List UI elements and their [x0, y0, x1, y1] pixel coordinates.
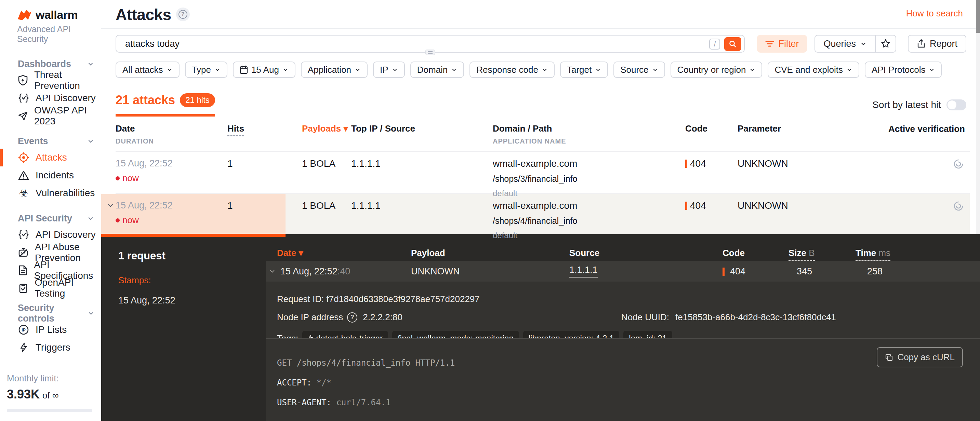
- sidebar-item-api-abuse-prevention[interactable]: API Abuse Prevention: [0, 244, 101, 261]
- filter-chips: All attacks Type 15 Aug Application IP D…: [101, 52, 980, 78]
- active-verification-icon[interactable]: [953, 200, 964, 212]
- sidebar-item-owasp-api[interactable]: OWASP API 2023: [0, 107, 101, 125]
- attack-parameter: UNKNOWN: [738, 194, 874, 240]
- queries-button[interactable]: Queries: [815, 35, 876, 52]
- attacks-count: 21 attacks: [116, 93, 175, 107]
- col-domain: Domain / Path APPLICATION NAME: [493, 123, 685, 145]
- sidebar-item-triggers[interactable]: Triggers: [0, 338, 101, 356]
- help-icon[interactable]: ?: [176, 8, 190, 21]
- filter-button[interactable]: Filter: [757, 35, 807, 52]
- sidebar-nav: Dashboards Threat Prevention API Discove…: [0, 56, 101, 356]
- search-resize-handle[interactable]: [425, 49, 435, 55]
- col-code: Code: [685, 123, 738, 145]
- attack-domain-path: wmall-example.com /shops/4/financial_inf…: [493, 194, 685, 240]
- sidebar-item-vulnerabilities[interactable]: ☣ Vulnerabilities: [0, 184, 101, 202]
- chevron-down-icon: [87, 60, 94, 68]
- chevron-down-icon: [846, 67, 853, 73]
- warning-triangle-icon: [18, 170, 29, 180]
- chevron-down-icon: [87, 137, 94, 145]
- sort-toggle[interactable]: [947, 99, 966, 110]
- request-source-ip[interactable]: 1.1.1.1: [570, 265, 598, 278]
- chip-country[interactable]: Country or region: [671, 62, 762, 78]
- chevron-down-icon: [860, 40, 867, 47]
- req-col-time[interactable]: Time ms: [856, 248, 980, 261]
- col-active-verification: Active verification: [874, 123, 970, 145]
- nav-section-events[interactable]: Events: [0, 133, 101, 149]
- code-status-bar-icon: [722, 268, 725, 276]
- chip-ip[interactable]: IP: [373, 62, 405, 78]
- nav-section-security-controls[interactable]: Security controls: [0, 306, 101, 321]
- col-payloads[interactable]: Payloads ▾: [302, 123, 351, 145]
- requests-count: 1 request: [118, 250, 266, 262]
- col-hits[interactable]: Hits: [228, 123, 302, 145]
- sidebar-item-api-discovery[interactable]: API Discovery: [0, 89, 101, 107]
- chip-domain[interactable]: Domain: [410, 62, 465, 78]
- brand-subtitle: Advanced API Security: [17, 24, 101, 44]
- sidebar-item-threat-prevention[interactable]: Threat Prevention: [0, 71, 101, 89]
- http-header-value: */*: [317, 378, 331, 388]
- chevron-down-icon: [282, 67, 289, 73]
- chip-application[interactable]: Application: [301, 62, 368, 78]
- how-to-search-link[interactable]: How to search: [906, 8, 963, 19]
- chip-cve[interactable]: CVE and exploits: [768, 62, 859, 78]
- req-col-date[interactable]: Date ▾: [277, 248, 411, 261]
- report-button[interactable]: Report: [908, 35, 966, 52]
- search-button[interactable]: [724, 37, 741, 51]
- copy-as-curl-button[interactable]: Copy as cURL: [877, 347, 963, 367]
- slash-shortcut-badge: /: [709, 39, 720, 49]
- chip-type[interactable]: Type: [185, 62, 228, 78]
- chevron-down-icon: [595, 67, 601, 73]
- attack-response-code: 404: [685, 158, 738, 169]
- favorite-queries-button[interactable]: [876, 35, 896, 52]
- clipboard-check-icon: [18, 283, 29, 293]
- chip-response-code[interactable]: Response code: [469, 62, 555, 78]
- chip-api-protocols[interactable]: API Protocols: [865, 62, 942, 78]
- req-col-code: Code: [722, 248, 789, 261]
- attacks-table: Date DURATION Hits Payloads ▾ Top IP / S…: [101, 116, 980, 237]
- request-row[interactable]: 15 Aug, 22:52:40 UNKNOWN 1.1.1.1 404 345…: [266, 261, 980, 281]
- code-status-bar-icon: [685, 160, 687, 168]
- request-id-value: f7d1840d63380e3f9278ae757d202297: [326, 294, 480, 305]
- chip-all-attacks[interactable]: All attacks: [116, 62, 180, 78]
- attacks-count-tab[interactable]: 21 attacks 21 hits: [116, 93, 215, 116]
- chevron-down-icon: [542, 67, 548, 73]
- active-verification-icon[interactable]: [953, 158, 964, 170]
- chevron-down-icon: [749, 67, 755, 73]
- attack-payloads: 1 BOLA: [302, 194, 351, 240]
- sidebar-item-api-specifications[interactable]: API Specifications: [0, 261, 101, 279]
- attack-hits: 1: [228, 152, 302, 198]
- help-icon[interactable]: ?: [347, 312, 357, 323]
- scrollbar-thumb[interactable]: [976, 0, 980, 33]
- sidebar-item-api-discovery-2[interactable]: API Discovery: [0, 226, 101, 244]
- nav-section-api-security[interactable]: API Security: [0, 211, 101, 226]
- monthly-limit-label: Monthly limit:: [7, 373, 94, 384]
- chevron-down-icon[interactable]: [269, 268, 275, 275]
- page-scrollbar[interactable]: [976, 0, 980, 421]
- star-icon: [880, 39, 891, 49]
- attack-duration: now: [116, 173, 228, 184]
- stamps-label[interactable]: Stamps:: [118, 275, 266, 286]
- sidebar-item-attacks[interactable]: Attacks: [0, 149, 101, 167]
- req-col-payload: Payload: [411, 248, 570, 261]
- search-icon: [729, 40, 737, 48]
- req-col-size[interactable]: Size B: [789, 248, 856, 261]
- chevron-down-icon: [167, 67, 173, 73]
- lightning-icon: [18, 342, 29, 353]
- chevron-down-icon: [215, 67, 221, 73]
- attack-payloads: 1 BOLA: [302, 152, 351, 198]
- attack-row-selected[interactable]: 15 Aug, 22:52 now 1 1 BOLA 1.1.1.1 wmall…: [116, 194, 970, 237]
- attack-row[interactable]: 15 Aug, 22:52 now 1 1 BOLA 1.1.1.1 wmall…: [116, 151, 970, 194]
- chip-target[interactable]: Target: [560, 62, 608, 78]
- request-date: 15 Aug, 22:52: [280, 266, 337, 276]
- biohazard-icon: ☣: [18, 188, 29, 198]
- attack-parameter: UNKNOWN: [738, 152, 874, 198]
- chip-source[interactable]: Source: [613, 62, 665, 78]
- chip-date[interactable]: 15 Aug: [233, 62, 296, 78]
- sidebar-item-ip-lists[interactable]: IP IP Lists: [0, 321, 101, 338]
- chevron-down-icon[interactable]: [107, 202, 114, 209]
- monthly-limit-progressbar: [7, 409, 92, 412]
- monthly-limit-value: 3.93Kof ∞: [7, 387, 94, 402]
- sidebar-item-openapi-testing[interactable]: OpenAPI Testing: [0, 279, 101, 297]
- sidebar-item-incidents[interactable]: Incidents: [0, 167, 101, 184]
- sort-label: Sort by latest hit: [872, 99, 941, 110]
